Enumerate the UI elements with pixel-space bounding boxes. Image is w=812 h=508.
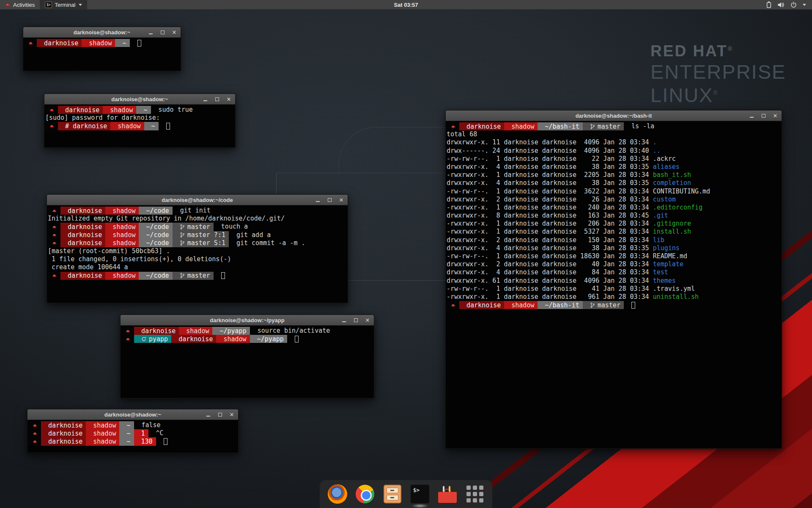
redhat-icon bbox=[32, 439, 38, 444]
chrome-launcher[interactable] bbox=[355, 484, 375, 504]
terminal-content[interactable]: darknoiseshadow~ bbox=[23, 38, 181, 71]
maximize-button[interactable] bbox=[159, 29, 165, 35]
close-button[interactable]: ✕ bbox=[171, 29, 177, 35]
command-text: false bbox=[138, 421, 161, 429]
powerline-separator-icon bbox=[250, 335, 254, 343]
prompt-segment-host: shadow bbox=[90, 437, 119, 445]
segment-text: pyapp bbox=[149, 335, 168, 343]
window-titlebar[interactable]: darknoise@shadow:~/bash-it✕ bbox=[446, 110, 782, 121]
close-button[interactable]: ✕ bbox=[772, 113, 778, 119]
maximize-button[interactable] bbox=[214, 96, 220, 102]
redhat-icon bbox=[27, 40, 33, 46]
show-apps-launcher[interactable] bbox=[465, 484, 485, 504]
prompt-segment-host: shadow bbox=[109, 231, 139, 239]
maximize-button[interactable] bbox=[217, 411, 223, 417]
firefox-icon bbox=[328, 484, 347, 504]
powerline-separator-icon bbox=[60, 231, 64, 239]
terminal-window-code[interactable]: darknoise@shadow:~/code✕darknoiseshadow~… bbox=[47, 194, 348, 303]
segment-text: darknoise bbox=[65, 106, 99, 114]
close-button[interactable]: ✕ bbox=[338, 197, 344, 203]
prompt-segment-host: shadow bbox=[109, 223, 139, 231]
redhat-icon bbox=[51, 224, 57, 230]
window-titlebar[interactable]: darknoise@shadow:~/pyapp✕ bbox=[121, 315, 374, 326]
terminal-window-exitcodes[interactable]: darknoise@shadow:~✕darknoiseshadow~false… bbox=[27, 409, 239, 453]
window-title: darknoise@shadow:~ bbox=[111, 96, 168, 102]
terminal-content[interactable]: darknoiseshadow~sudo true[sudo] password… bbox=[44, 105, 235, 147]
terminal-content[interactable]: darknoiseshadow~/bash-itmasterls -latota… bbox=[446, 121, 782, 448]
activities-button[interactable]: Activities bbox=[0, 0, 40, 9]
terminal-line: darknoiseshadow~false bbox=[28, 421, 238, 429]
segment-text: ~/pyapp bbox=[257, 335, 284, 343]
system-status-area[interactable] bbox=[766, 0, 812, 9]
minimize-button[interactable] bbox=[749, 113, 754, 119]
minimize-button[interactable] bbox=[341, 317, 347, 323]
terminal-content[interactable]: darknoiseshadow~/codegit initInitialized… bbox=[47, 205, 348, 303]
prompt-segment-user: # darknoise bbox=[62, 122, 110, 130]
activities-label: Activities bbox=[13, 2, 35, 8]
redhat-icon bbox=[51, 208, 57, 214]
maximize-button[interactable] bbox=[353, 317, 359, 323]
window-titlebar[interactable]: darknoise@shadow:~/code✕ bbox=[47, 195, 348, 205]
segment-text: shadow bbox=[93, 438, 116, 445]
terminal-line: darknoiseshadow~sudo true bbox=[45, 106, 235, 114]
terminal-content[interactable]: darknoiseshadow~/pyappsource bin/activat… bbox=[121, 326, 374, 398]
files-launcher[interactable] bbox=[382, 484, 403, 504]
dock: $> bbox=[320, 480, 492, 508]
window-titlebar[interactable]: darknoise@shadow:~✕ bbox=[23, 27, 181, 38]
segment-text: ~/code bbox=[146, 223, 169, 231]
minimize-button[interactable] bbox=[202, 96, 208, 102]
terminal-content[interactable]: darknoiseshadow~falsedarknoiseshadow~1^C… bbox=[27, 420, 238, 453]
file-name: bash_it.sh bbox=[653, 171, 691, 179]
close-button[interactable]: ✕ bbox=[226, 96, 232, 102]
prompt-segment-os bbox=[48, 231, 60, 239]
maximize-button-glyph bbox=[354, 318, 358, 322]
prompt-segment-host: shadow bbox=[90, 421, 119, 429]
terminal-icon: $> bbox=[411, 485, 429, 503]
minimize-button[interactable] bbox=[148, 29, 154, 35]
command-text: source bin/activate bbox=[254, 327, 330, 335]
close-button[interactable]: ✕ bbox=[365, 317, 370, 323]
command-text: ^C bbox=[152, 429, 164, 437]
powerline-separator-icon bbox=[179, 327, 183, 335]
clock[interactable]: Sat 03:57 bbox=[0, 2, 812, 8]
minimize-button-glyph bbox=[342, 321, 346, 322]
prompt-segment-os bbox=[48, 207, 60, 215]
powerline-separator-icon bbox=[214, 223, 217, 231]
output-text: drwxrwxr-x. 2 darknoise darknoise 26 Jan… bbox=[447, 196, 653, 204]
segment-text: darknoise bbox=[466, 123, 501, 130]
window-titlebar[interactable]: darknoise@shadow:~✕ bbox=[27, 409, 238, 420]
close-button[interactable]: ✕ bbox=[229, 411, 235, 417]
terminal-window-bashit[interactable]: darknoise@shadow:~/bash-it✕darknoiseshad… bbox=[445, 110, 782, 449]
powerline-separator-icon bbox=[119, 437, 123, 445]
segment-text: ~ bbox=[126, 438, 130, 445]
terminal-window-home-small[interactable]: darknoise@shadow:~✕darknoiseshadow~ bbox=[23, 27, 181, 71]
powerline-separator-icon bbox=[134, 437, 138, 445]
terminal-window-pyapp[interactable]: darknoise@shadow:~/pyapp✕darknoiseshadow… bbox=[120, 315, 374, 398]
powerline-separator-icon bbox=[173, 231, 176, 239]
minimize-button[interactable] bbox=[205, 411, 211, 417]
window-titlebar[interactable]: darknoise@shadow:~✕ bbox=[44, 94, 235, 105]
prompt-segment-host: shadow bbox=[90, 429, 119, 437]
minimize-button[interactable] bbox=[315, 197, 321, 203]
prompt-segment-path: ~ bbox=[119, 39, 129, 47]
power-icon bbox=[790, 2, 797, 8]
firefox-launcher[interactable] bbox=[327, 484, 348, 504]
terminal-window-sudo[interactable]: darknoise@shadow:~✕darknoiseshadow~sudo … bbox=[44, 94, 236, 148]
app-menu-terminal[interactable]: $> Terminal bbox=[40, 0, 87, 9]
terminal-launcher[interactable]: $> bbox=[410, 484, 430, 504]
file-name: install.sh bbox=[653, 228, 691, 236]
maximize-button[interactable] bbox=[326, 197, 332, 203]
window-controls: ✕ bbox=[315, 195, 344, 205]
window-title: darknoise@shadow:~/pyapp bbox=[210, 317, 284, 323]
prompt-segment-path: ~/code bbox=[143, 239, 172, 247]
toolbox-launcher[interactable] bbox=[437, 484, 458, 504]
maximize-button[interactable] bbox=[760, 113, 766, 119]
toolbox-icon bbox=[438, 484, 457, 504]
terminal-line: -rwxrwxr-x. 1 darknoise darknoise 961 Ja… bbox=[447, 293, 782, 301]
volume-icon bbox=[777, 2, 785, 8]
powerline-separator-icon bbox=[538, 122, 541, 130]
segment-text: shadow bbox=[93, 422, 116, 429]
powerline-separator-icon bbox=[134, 335, 138, 343]
segment-text: ~/code bbox=[146, 231, 169, 239]
powerline-separator-icon bbox=[105, 223, 109, 231]
